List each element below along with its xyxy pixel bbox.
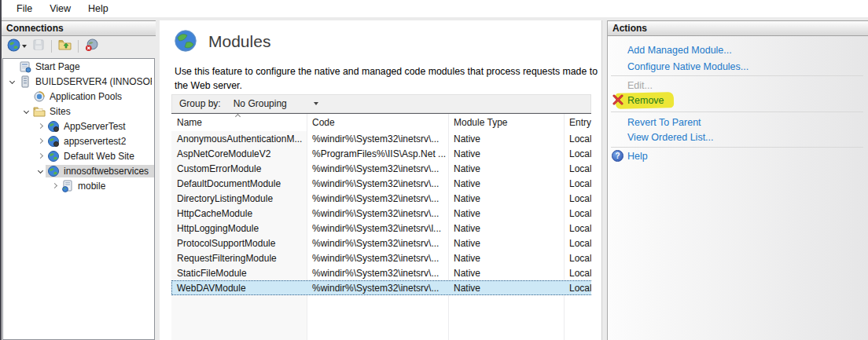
folder-up-icon	[58, 38, 72, 54]
table-row[interactable]: RequestFilteringModule %windir%\System32…	[171, 250, 591, 265]
table-header-row: Name Code Module Type Entry Type	[171, 114, 591, 131]
connect-to-server-button[interactable]	[6, 37, 28, 57]
chevron-collapsed-icon	[38, 123, 43, 129]
globe-connect-icon	[7, 38, 20, 55]
site-stopped-icon	[47, 135, 60, 148]
tree-item-default-web-site[interactable]: Default Web Site	[3, 148, 154, 163]
save-icon	[32, 38, 45, 54]
toolbar-separator	[78, 40, 79, 53]
connections-tree: Start Page BUILDSERVER4 (INNOSOFT\ Appli…	[2, 58, 155, 340]
tree-label: Default Web Site	[64, 151, 134, 162]
remove-link[interactable]: Remove	[627, 95, 664, 106]
feature-description: Use this feature to configure the native…	[175, 65, 599, 93]
modules-table: Name Code Module Type Entry Type Anonymo…	[171, 113, 591, 340]
tree-label: BUILDSERVER4 (INNOSOFT\	[35, 76, 152, 87]
table-row[interactable]: HttpCacheModule %windir%\System32\inetsr…	[171, 206, 591, 221]
site-icon	[47, 150, 60, 163]
group-by-dropdown[interactable]: No Grouping	[230, 97, 323, 111]
table-row[interactable]: DefaultDocumentModule %windir%\System32\…	[171, 176, 591, 191]
table-row[interactable]: StaticFileModule %windir%\System32\inets…	[171, 265, 591, 280]
tree-label: mobile	[78, 181, 105, 192]
column-header-code[interactable]: Code	[307, 117, 448, 128]
tree-label: Start Page	[35, 61, 80, 72]
connections-title: Connections	[6, 23, 64, 34]
main-panel: Modules Use this feature to configure th…	[160, 20, 602, 340]
tree-item-buildserver4[interactable]: BUILDSERVER4 (INNOSOFT\	[3, 74, 154, 89]
chevron-expanded-icon	[24, 108, 29, 114]
toolbar-separator	[51, 40, 52, 53]
column-header-entry-type[interactable]: Entry Type	[564, 117, 591, 128]
application-icon	[61, 180, 74, 192]
tree-label: Sites	[50, 106, 71, 117]
chevron-down-icon	[22, 45, 27, 48]
actions-panel: Actions Add Managed Module... Configure …	[607, 20, 868, 340]
tree-item-sites[interactable]: Sites	[3, 104, 154, 119]
revert-to-parent-link[interactable]: Revert To Parent	[627, 117, 701, 128]
chevron-collapsed-icon	[38, 153, 43, 159]
connections-toolbar	[2, 36, 156, 57]
add-managed-module-link[interactable]: Add Managed Module...	[627, 45, 732, 56]
help-icon: ?	[612, 150, 623, 162]
view-ordered-list-link[interactable]: View Ordered List...	[627, 132, 714, 143]
column-header-module-type[interactable]: Module Type	[448, 117, 564, 128]
table-row[interactable]: DirectoryListingModule %windir%\System32…	[171, 191, 591, 206]
actions-separator	[611, 112, 863, 112]
table-row[interactable]: AspNetCoreModuleV2 %ProgramFiles%\IIS\As…	[171, 146, 591, 161]
application-pools-icon	[33, 90, 46, 103]
start-page-icon	[19, 60, 31, 73]
sites-folder-icon	[33, 105, 46, 118]
modules-globe-icon	[174, 29, 197, 53]
tree-item-appservertest[interactable]: AppServerTest	[3, 119, 154, 133]
tree-selection: innosoftwebservices	[46, 165, 154, 177]
menu-help[interactable]: Help	[79, 1, 117, 16]
connections-panel: Connections	[2, 20, 156, 340]
tree-label: AppServerTest	[64, 121, 126, 132]
save-connections-button	[31, 37, 46, 56]
table-row[interactable]: HttpLoggingModule %windir%\System32\inet…	[171, 221, 591, 236]
table-row[interactable]: ProtocolSupportModule %windir%\System32\…	[171, 236, 591, 250]
tree-item-start-page[interactable]: Start Page	[3, 59, 154, 74]
table-row-selected[interactable]: WebDAVModule %windir%\System32\inetsrv\.…	[171, 280, 591, 295]
table-row[interactable]: CustomErrorModule %windir%\System32\inet…	[171, 161, 591, 176]
chevron-expanded-icon	[9, 79, 15, 84]
menu-view[interactable]: View	[41, 1, 79, 16]
remove-x-icon	[612, 94, 623, 108]
chevron-down-icon	[314, 102, 318, 105]
server-icon	[19, 75, 31, 88]
chevron-collapsed-icon	[52, 183, 57, 188]
page-title: Modules	[208, 32, 270, 51]
tree-label: Application Pools	[50, 91, 122, 102]
tree-item-application-pools[interactable]: Application Pools	[3, 89, 154, 104]
menu-bar: File View Help	[2, 0, 868, 17]
chevron-expanded-icon	[38, 168, 43, 174]
actions-separator	[611, 75, 863, 76]
connections-header: Connections	[2, 20, 156, 36]
group-by-value: No Grouping	[234, 98, 287, 109]
globe-delete-icon	[85, 38, 98, 55]
actions-header: Actions	[608, 20, 868, 36]
delete-connection-button[interactable]	[83, 37, 100, 57]
tree-item-innosoftwebservices[interactable]: innosoftwebservices	[3, 163, 154, 178]
group-by-bar: Group by: No Grouping	[171, 94, 591, 113]
tree-label: innosoftwebservices	[64, 166, 149, 177]
create-package-button[interactable]	[57, 37, 73, 56]
edit-link-disabled: Edit...	[627, 80, 653, 91]
tree-label: appservertest2	[64, 136, 126, 147]
actions-title: Actions	[612, 23, 647, 34]
actions-separator	[611, 147, 863, 148]
tree-item-mobile[interactable]: mobile	[3, 178, 154, 193]
configure-native-modules-link[interactable]: Configure Native Modules...	[627, 61, 748, 72]
help-link[interactable]: Help	[627, 151, 648, 162]
chevron-collapsed-icon	[38, 138, 43, 144]
group-by-label: Group by:	[172, 98, 221, 109]
table-row[interactable]: AnonymousAuthenticationM... %windir%\Sys…	[171, 131, 591, 146]
site-icon	[47, 165, 60, 177]
site-stopped-icon	[47, 120, 60, 133]
column-header-name[interactable]: Name	[171, 117, 307, 128]
tree-item-appservertest2[interactable]: appservertest2	[3, 133, 154, 148]
menu-file[interactable]: File	[8, 1, 41, 16]
